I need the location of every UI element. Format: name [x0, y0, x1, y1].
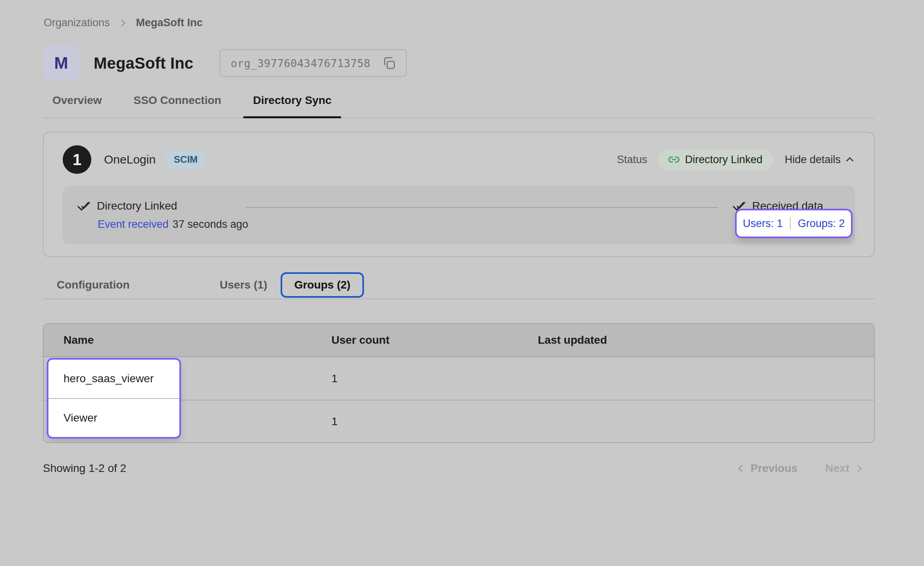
provider-name: OneLogin [104, 153, 156, 166]
timeline-step-directory-linked: Directory Linked [77, 199, 177, 213]
directory-sync-page: Organizations MegaSoft Inc M MegaSoft In… [0, 0, 924, 566]
connection-card-header: 1 OneLogin SCIM Status Directory Linked … [63, 145, 855, 174]
chevron-right-icon [118, 18, 128, 28]
tab-overview[interactable]: Overview [43, 92, 112, 118]
user-count-cell: 1 [331, 372, 538, 385]
pagination: Previous Next [735, 462, 864, 475]
vertical-divider [790, 217, 791, 230]
showing-count: Showing 1-2 of 2 [43, 462, 126, 475]
groups-table: Name User count Last updated 1 1 hero_sa… [43, 323, 875, 443]
group-name-hero-saas-viewer[interactable]: hero_saas_viewer [48, 360, 179, 398]
timeline-connector-line [246, 207, 718, 208]
hide-details-label: Hide details [785, 154, 841, 166]
received-data-counts-highlight: Users: 1 Groups: 2 [735, 209, 853, 238]
column-header-last-updated: Last updated [538, 334, 874, 347]
previous-label: Previous [751, 462, 797, 475]
next-button[interactable]: Next [825, 462, 864, 475]
previous-button[interactable]: Previous [735, 462, 797, 475]
tab-sso-connection[interactable]: SSO Connection [124, 92, 231, 118]
content-column: Organizations MegaSoft Inc M MegaSoft In… [43, 0, 875, 475]
breadcrumb-organizations-link[interactable]: Organizations [44, 17, 110, 29]
group-names-highlight: hero_saas_viewer Viewer [47, 358, 181, 439]
next-label: Next [825, 462, 849, 475]
directory-connection-card: 1 OneLogin SCIM Status Directory Linked … [43, 132, 875, 257]
users-count-link[interactable]: Users: 1 [743, 218, 783, 230]
subtab-users[interactable]: Users (1) [220, 279, 268, 291]
double-check-icon [77, 199, 90, 213]
event-received-time: 37 seconds ago [173, 218, 248, 231]
page-title: MegaSoft Inc [94, 54, 193, 72]
user-count-cell: 1 [331, 415, 538, 428]
org-id-value: org_39776043476713758 [231, 57, 370, 69]
chevron-up-icon [845, 154, 855, 165]
column-header-name: Name [44, 334, 331, 347]
table-footer: Showing 1-2 of 2 Previous Next [43, 462, 875, 475]
directory-subtabs: Configuration Users (1) Groups (2) [43, 271, 875, 299]
groups-count-link[interactable]: Groups: 2 [798, 218, 845, 230]
org-header: M MegaSoft Inc org_39776043476713758 [43, 46, 875, 81]
event-received-link[interactable]: Event received [98, 218, 169, 231]
status-group: Status Directory Linked Hide details [617, 149, 855, 171]
table-header-row: Name User count Last updated [44, 324, 874, 357]
onelogin-logo: 1 [63, 145, 91, 174]
chevron-left-icon [735, 463, 746, 474]
subtab-groups-highlight[interactable]: Groups (2) [281, 272, 364, 298]
status-label: Status [617, 154, 647, 166]
org-id-chip[interactable]: org_39776043476713758 [219, 49, 407, 77]
status-value: Directory Linked [685, 154, 762, 166]
sync-timeline-panel: Directory Linked Event received 37 secon… [63, 186, 855, 244]
breadcrumb: Organizations MegaSoft Inc [43, 0, 875, 29]
chevron-right-icon [854, 463, 864, 474]
subtab-configuration[interactable]: Configuration [57, 279, 130, 291]
status-badge: Directory Linked [658, 149, 773, 171]
copy-icon[interactable] [381, 56, 397, 71]
timeline-left-title: Directory Linked [97, 200, 177, 212]
hide-details-button[interactable]: Hide details [785, 154, 855, 166]
link-icon [668, 154, 680, 166]
provider-group: 1 OneLogin SCIM [63, 145, 206, 174]
breadcrumb-current: MegaSoft Inc [136, 17, 203, 29]
group-name-viewer[interactable]: Viewer [48, 399, 179, 437]
subtab-groups[interactable]: Groups (2) [294, 279, 350, 291]
event-received-row: Event received 37 seconds ago [98, 218, 248, 231]
org-tabs: Overview SSO Connection Directory Sync [43, 92, 875, 118]
protocol-badge: SCIM [166, 150, 206, 169]
org-avatar: M [43, 46, 79, 81]
tab-directory-sync[interactable]: Directory Sync [243, 92, 341, 118]
column-header-user-count: User count [331, 334, 538, 347]
